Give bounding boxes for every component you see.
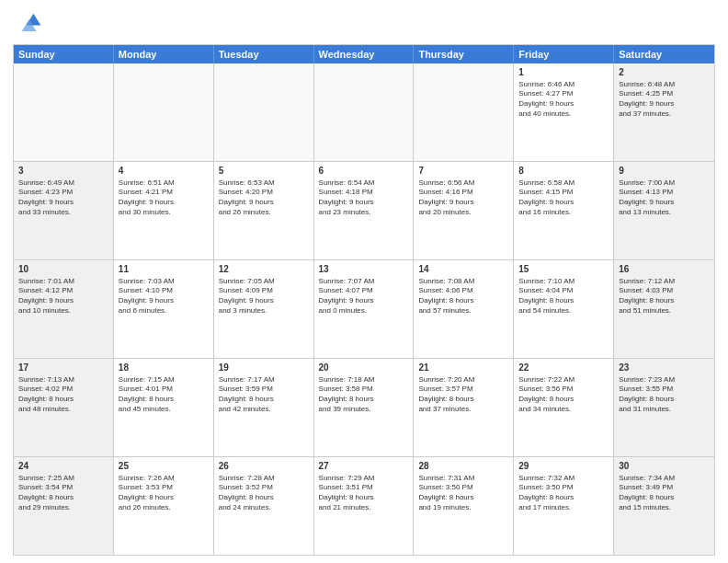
header-day-tuesday: Tuesday (214, 45, 314, 63)
day-info: Sunrise: 7:13 AM Sunset: 4:02 PM Dayligh… (18, 375, 108, 415)
page: SundayMondayTuesdayWednesdayThursdayFrid… (0, 0, 728, 563)
day-info: Sunrise: 6:54 AM Sunset: 4:18 PM Dayligh… (319, 178, 409, 218)
day-info: Sunrise: 7:28 AM Sunset: 3:52 PM Dayligh… (219, 474, 309, 513)
day-number: 6 (319, 165, 409, 178)
cal-cell-10: 10Sunrise: 7:01 AM Sunset: 4:12 PM Dayli… (14, 260, 114, 358)
day-number: 18 (119, 362, 209, 374)
week-row-3: 10Sunrise: 7:01 AM Sunset: 4:12 PM Dayli… (14, 260, 714, 359)
day-number: 5 (219, 165, 309, 178)
cal-cell-24: 24Sunrise: 7:25 AM Sunset: 3:54 PM Dayli… (14, 457, 114, 555)
day-info: Sunrise: 6:49 AM Sunset: 4:23 PM Dayligh… (18, 178, 108, 218)
day-info: Sunrise: 6:53 AM Sunset: 4:20 PM Dayligh… (219, 178, 309, 218)
cal-cell-27: 27Sunrise: 7:29 AM Sunset: 3:51 PM Dayli… (314, 457, 415, 555)
cal-cell-empty-0-4 (414, 63, 514, 161)
cal-cell-18: 18Sunrise: 7:15 AM Sunset: 4:01 PM Dayli… (114, 359, 214, 456)
day-number: 12 (219, 263, 309, 276)
cal-cell-empty-0-1 (114, 63, 214, 161)
header-day-friday: Friday (514, 45, 614, 63)
day-number: 22 (518, 362, 609, 374)
header-day-sunday: Sunday (14, 45, 114, 63)
day-number: 1 (518, 66, 609, 79)
cal-cell-17: 17Sunrise: 7:13 AM Sunset: 4:02 PM Dayli… (14, 359, 114, 456)
header-day-thursday: Thursday (414, 45, 514, 63)
day-info: Sunrise: 7:03 AM Sunset: 4:10 PM Dayligh… (119, 277, 209, 316)
day-number: 2 (619, 66, 710, 79)
day-number: 8 (518, 165, 609, 178)
cal-cell-2: 2Sunrise: 6:48 AM Sunset: 4:25 PM Daylig… (614, 63, 714, 161)
day-info: Sunrise: 6:58 AM Sunset: 4:15 PM Dayligh… (518, 178, 609, 218)
day-number: 30 (619, 460, 710, 473)
header-day-saturday: Saturday (614, 45, 714, 63)
cal-cell-19: 19Sunrise: 7:17 AM Sunset: 3:59 PM Dayli… (214, 359, 314, 456)
cal-cell-empty-0-0 (14, 63, 114, 161)
day-info: Sunrise: 6:46 AM Sunset: 4:27 PM Dayligh… (518, 80, 609, 120)
day-number: 4 (119, 165, 209, 178)
day-number: 16 (619, 263, 710, 276)
logo-icon (13, 9, 42, 39)
day-number: 27 (319, 460, 409, 473)
cal-cell-7: 7Sunrise: 6:56 AM Sunset: 4:16 PM Daylig… (414, 162, 514, 259)
cal-cell-8: 8Sunrise: 6:58 AM Sunset: 4:15 PM Daylig… (514, 162, 614, 259)
day-info: Sunrise: 7:29 AM Sunset: 3:51 PM Dayligh… (319, 474, 409, 513)
cal-cell-4: 4Sunrise: 6:51 AM Sunset: 4:21 PM Daylig… (114, 162, 214, 259)
day-info: Sunrise: 7:17 AM Sunset: 3:59 PM Dayligh… (219, 375, 309, 415)
day-number: 29 (518, 460, 609, 473)
day-info: Sunrise: 7:34 AM Sunset: 3:49 PM Dayligh… (619, 474, 710, 513)
cal-cell-16: 16Sunrise: 7:12 AM Sunset: 4:03 PM Dayli… (614, 260, 714, 358)
cal-cell-9: 9Sunrise: 7:00 AM Sunset: 4:13 PM Daylig… (614, 162, 714, 259)
day-info: Sunrise: 7:01 AM Sunset: 4:12 PM Dayligh… (18, 277, 108, 316)
day-info: Sunrise: 7:26 AM Sunset: 3:53 PM Dayligh… (119, 474, 209, 513)
cal-cell-30: 30Sunrise: 7:34 AM Sunset: 3:49 PM Dayli… (614, 457, 714, 555)
cal-cell-26: 26Sunrise: 7:28 AM Sunset: 3:52 PM Dayli… (214, 457, 314, 555)
cal-cell-13: 13Sunrise: 7:07 AM Sunset: 4:07 PM Dayli… (314, 260, 415, 358)
cal-cell-6: 6Sunrise: 6:54 AM Sunset: 4:18 PM Daylig… (314, 162, 415, 259)
cal-cell-20: 20Sunrise: 7:18 AM Sunset: 3:58 PM Dayli… (314, 359, 415, 456)
day-number: 9 (619, 165, 710, 178)
day-info: Sunrise: 6:51 AM Sunset: 4:21 PM Dayligh… (119, 178, 209, 218)
week-row-5: 24Sunrise: 7:25 AM Sunset: 3:54 PM Dayli… (14, 457, 714, 555)
week-row-4: 17Sunrise: 7:13 AM Sunset: 4:02 PM Dayli… (14, 359, 714, 457)
day-info: Sunrise: 7:23 AM Sunset: 3:55 PM Dayligh… (619, 375, 710, 415)
logo (13, 9, 46, 39)
day-number: 15 (518, 263, 609, 276)
cal-cell-28: 28Sunrise: 7:31 AM Sunset: 3:50 PM Dayli… (414, 457, 514, 555)
cal-cell-empty-0-3 (314, 63, 415, 161)
day-number: 17 (18, 362, 108, 374)
day-info: Sunrise: 7:08 AM Sunset: 4:06 PM Dayligh… (418, 277, 508, 316)
day-info: Sunrise: 7:12 AM Sunset: 4:03 PM Dayligh… (619, 277, 710, 316)
cal-cell-5: 5Sunrise: 6:53 AM Sunset: 4:20 PM Daylig… (214, 162, 314, 259)
cal-cell-22: 22Sunrise: 7:22 AM Sunset: 3:56 PM Dayli… (514, 359, 614, 456)
day-number: 20 (319, 362, 409, 374)
day-number: 21 (418, 362, 508, 374)
day-info: Sunrise: 7:07 AM Sunset: 4:07 PM Dayligh… (319, 277, 409, 316)
day-info: Sunrise: 7:05 AM Sunset: 4:09 PM Dayligh… (219, 277, 309, 316)
day-info: Sunrise: 7:18 AM Sunset: 3:58 PM Dayligh… (319, 375, 409, 415)
day-info: Sunrise: 7:15 AM Sunset: 4:01 PM Dayligh… (119, 375, 209, 415)
cal-cell-14: 14Sunrise: 7:08 AM Sunset: 4:06 PM Dayli… (414, 260, 514, 358)
day-number: 28 (418, 460, 508, 473)
day-info: Sunrise: 6:56 AM Sunset: 4:16 PM Dayligh… (418, 178, 508, 218)
day-info: Sunrise: 7:25 AM Sunset: 3:54 PM Dayligh… (18, 474, 108, 513)
day-number: 3 (18, 165, 108, 178)
week-row-1: 1Sunrise: 6:46 AM Sunset: 4:27 PM Daylig… (14, 63, 714, 162)
cal-cell-29: 29Sunrise: 7:32 AM Sunset: 3:50 PM Dayli… (514, 457, 614, 555)
day-info: Sunrise: 7:22 AM Sunset: 3:56 PM Dayligh… (518, 375, 609, 415)
day-number: 26 (219, 460, 309, 473)
day-number: 23 (619, 362, 710, 374)
day-number: 10 (18, 263, 108, 276)
day-info: Sunrise: 6:48 AM Sunset: 4:25 PM Dayligh… (619, 80, 710, 120)
cal-cell-3: 3Sunrise: 6:49 AM Sunset: 4:23 PM Daylig… (14, 162, 114, 259)
cal-cell-1: 1Sunrise: 6:46 AM Sunset: 4:27 PM Daylig… (514, 63, 614, 161)
calendar-header: SundayMondayTuesdayWednesdayThursdayFrid… (14, 45, 714, 63)
header (13, 9, 715, 39)
calendar-body: 1Sunrise: 6:46 AM Sunset: 4:27 PM Daylig… (14, 63, 714, 555)
calendar: SundayMondayTuesdayWednesdayThursdayFrid… (13, 44, 715, 556)
day-info: Sunrise: 7:00 AM Sunset: 4:13 PM Dayligh… (619, 178, 710, 218)
day-number: 11 (119, 263, 209, 276)
cal-cell-empty-0-2 (214, 63, 314, 161)
cal-cell-21: 21Sunrise: 7:20 AM Sunset: 3:57 PM Dayli… (414, 359, 514, 456)
day-number: 24 (18, 460, 108, 473)
cal-cell-11: 11Sunrise: 7:03 AM Sunset: 4:10 PM Dayli… (114, 260, 214, 358)
day-number: 25 (119, 460, 209, 473)
cal-cell-25: 25Sunrise: 7:26 AM Sunset: 3:53 PM Dayli… (114, 457, 214, 555)
